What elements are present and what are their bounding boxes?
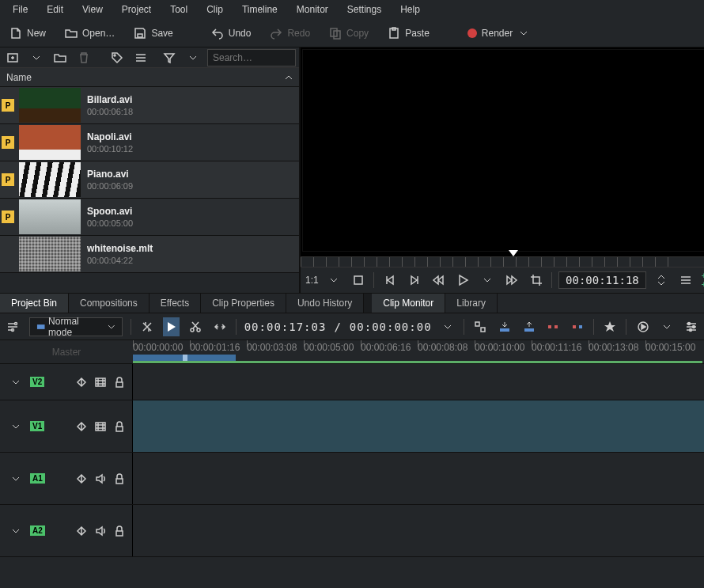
menu-file[interactable]: File bbox=[3, 1, 37, 18]
list-icon[interactable] bbox=[131, 48, 150, 67]
rate-icon[interactable] bbox=[138, 317, 155, 336]
track-body-v1[interactable] bbox=[133, 400, 704, 452]
save-button[interactable]: Save bbox=[129, 24, 177, 43]
bin-item[interactable]: PSpoon.avi00:00:05:00 bbox=[0, 199, 299, 236]
lift-zone-icon[interactable] bbox=[569, 317, 585, 336]
tab-clip-monitor[interactable]: Clip Monitor bbox=[372, 294, 445, 313]
trash-icon[interactable] bbox=[74, 48, 93, 67]
redo-button[interactable]: Redo bbox=[265, 24, 315, 43]
bin-column-header[interactable]: Name bbox=[0, 68, 299, 87]
effects-icon[interactable] bbox=[75, 420, 88, 433]
lock-icon[interactable] bbox=[113, 472, 126, 485]
folder-add-icon[interactable] bbox=[51, 48, 70, 67]
track-body-v2[interactable] bbox=[133, 364, 704, 400]
bin-item[interactable]: PPiano.avi00:00:06:09 bbox=[0, 161, 299, 199]
stepper-icon[interactable] bbox=[653, 271, 671, 290]
bin-item[interactable]: PNapoli.avi00:00:10:12 bbox=[0, 124, 299, 161]
bin-item[interactable]: whitenoise.mlt00:00:04:22 bbox=[0, 236, 299, 273]
tag-icon[interactable] bbox=[108, 48, 127, 67]
monitor-timecode[interactable]: 00:00:11:18 bbox=[558, 271, 646, 289]
collapse-icon[interactable] bbox=[6, 373, 25, 392]
zone-handle[interactable] bbox=[183, 355, 187, 361]
insert-zone-icon[interactable] bbox=[497, 317, 513, 336]
menu-view[interactable]: View bbox=[73, 1, 112, 18]
rewind-icon[interactable] bbox=[430, 271, 448, 290]
track-head-a2[interactable]: A2 bbox=[0, 505, 133, 556]
collapse-icon[interactable] bbox=[6, 417, 25, 436]
chevron-down-icon[interactable] bbox=[184, 48, 202, 67]
svg-rect-30 bbox=[116, 531, 123, 536]
sliders-icon[interactable] bbox=[683, 317, 699, 336]
tab-project-bin[interactable]: Project Bin bbox=[0, 294, 69, 313]
new-button[interactable]: New bbox=[5, 24, 51, 43]
timeline-ruler[interactable]: 00:00:00:0000:00:01:1600:00:03:0800:00:0… bbox=[133, 340, 704, 363]
menu-monitor[interactable]: Monitor bbox=[287, 1, 338, 18]
track-head-v1[interactable]: V1 bbox=[0, 400, 133, 452]
overwrite-zone-icon[interactable] bbox=[520, 317, 537, 336]
tab-clip-properties[interactable]: Clip Properties bbox=[201, 294, 286, 313]
lock-icon[interactable] bbox=[113, 420, 126, 433]
add-clip-icon[interactable] bbox=[3, 48, 22, 67]
preview-render-icon[interactable] bbox=[634, 317, 651, 336]
monitor-ruler[interactable] bbox=[301, 256, 704, 267]
tab-library[interactable]: Library bbox=[445, 294, 498, 313]
timeline-position[interactable]: 00:00:17:03 bbox=[244, 321, 327, 333]
chevron-down-icon[interactable] bbox=[479, 271, 497, 290]
crop-icon[interactable] bbox=[527, 271, 545, 290]
mix-icon[interactable] bbox=[472, 317, 489, 336]
chevron-down-icon[interactable] bbox=[325, 271, 343, 290]
effects-icon[interactable] bbox=[75, 472, 88, 485]
open-button[interactable]: Open… bbox=[60, 24, 119, 43]
menu-clip[interactable]: Clip bbox=[197, 1, 233, 18]
track-head-a1[interactable]: A1 bbox=[0, 453, 133, 504]
menu-timeline[interactable]: Timeline bbox=[233, 1, 287, 18]
edit-mode-dropdown[interactable]: Normal mode bbox=[29, 317, 123, 336]
tab-undo-history[interactable]: Undo History bbox=[286, 294, 364, 313]
tab-compositions[interactable]: Compositions bbox=[69, 294, 150, 313]
razor-tool-icon[interactable] bbox=[187, 317, 204, 336]
track-settings-icon[interactable] bbox=[5, 317, 21, 336]
extract-zone-icon[interactable] bbox=[545, 317, 562, 336]
bin-item[interactable]: PBillard.avi00:00:06:18 bbox=[0, 87, 299, 124]
menu-settings[interactable]: Settings bbox=[338, 1, 391, 18]
collapse-icon[interactable] bbox=[6, 522, 25, 541]
play-icon[interactable] bbox=[454, 271, 472, 290]
track-head-v2[interactable]: V2 bbox=[0, 364, 133, 400]
effects-icon[interactable] bbox=[75, 525, 88, 537]
video-icon[interactable] bbox=[94, 420, 107, 433]
favorite-icon[interactable] bbox=[602, 317, 619, 336]
monitor-viewport[interactable] bbox=[302, 49, 704, 252]
tab-effects[interactable]: Effects bbox=[150, 294, 201, 313]
record-icon bbox=[467, 28, 477, 38]
chevron-down-icon[interactable] bbox=[659, 317, 676, 336]
go-end-icon[interactable] bbox=[405, 271, 423, 290]
render-button[interactable]: Render bbox=[463, 24, 535, 43]
filter-icon[interactable] bbox=[160, 48, 179, 67]
options-icon[interactable] bbox=[677, 271, 695, 290]
chevron-down-icon[interactable] bbox=[440, 317, 456, 336]
menu-project[interactable]: Project bbox=[112, 1, 161, 18]
lock-icon[interactable] bbox=[113, 376, 126, 389]
zoom-label[interactable]: 1:1 bbox=[305, 275, 319, 286]
spacer-tool-icon[interactable] bbox=[211, 317, 228, 336]
menu-edit[interactable]: Edit bbox=[37, 1, 73, 18]
paste-button[interactable]: Paste bbox=[383, 24, 434, 43]
menu-tool[interactable]: Tool bbox=[161, 1, 197, 18]
copy-button[interactable]: Copy bbox=[324, 24, 373, 43]
undo-button[interactable]: Undo bbox=[206, 24, 256, 43]
select-tool-icon[interactable] bbox=[163, 317, 180, 336]
menu-help[interactable]: Help bbox=[391, 1, 430, 18]
audio-icon[interactable] bbox=[94, 472, 107, 485]
chevron-down-icon[interactable] bbox=[27, 48, 46, 67]
audio-icon[interactable] bbox=[94, 525, 107, 537]
search-input[interactable] bbox=[207, 49, 296, 66]
track-body-a2[interactable] bbox=[133, 505, 704, 556]
effects-icon[interactable] bbox=[75, 376, 88, 389]
track-body-a1[interactable] bbox=[133, 453, 704, 504]
collapse-icon[interactable] bbox=[6, 469, 25, 488]
zone-out-icon[interactable] bbox=[350, 271, 368, 290]
lock-icon[interactable] bbox=[113, 525, 126, 537]
video-icon[interactable] bbox=[94, 376, 107, 389]
go-start-icon[interactable] bbox=[380, 271, 399, 290]
forward-icon[interactable] bbox=[502, 271, 520, 290]
